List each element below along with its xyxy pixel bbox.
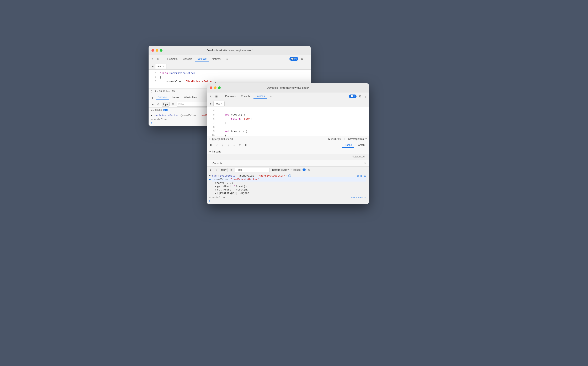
stop-btn[interactable]: ⏸: [243, 143, 248, 148]
minimize-button-front[interactable]: [214, 86, 216, 89]
curly-braces-icon: {}: [151, 90, 152, 92]
code-area-front: 4 5 get #test() { 6 return 'foo'; 7 } 8: [207, 107, 369, 136]
default-levels-dropdown[interactable]: Default levels ▾: [271, 168, 290, 172]
dots-icon-front[interactable]: ⋮: [364, 94, 367, 98]
code-line-9: 9 set #test(n) {: [207, 130, 369, 134]
issues-tab-back[interactable]: Issues: [170, 95, 181, 100]
issues-badge-front[interactable]: 💬 4: [349, 94, 357, 98]
debug-toolbar: ⏸ ↩ ↓ ↑ → ⊘ ⏸ Scope Watch: [207, 141, 369, 149]
tab-sources-front[interactable]: Sources: [253, 94, 267, 99]
close-button-front[interactable]: [210, 86, 212, 89]
undefined-row: ← undefined VM52 test:1: [209, 195, 366, 200]
code-line-7: 7 }: [207, 121, 369, 125]
issues-badge-back[interactable]: 💬 21: [290, 57, 298, 61]
step-into-btn[interactable]: ↑: [226, 143, 231, 148]
step-over-btn[interactable]: ↓: [220, 143, 225, 148]
tab-network-back[interactable]: Network: [210, 57, 223, 61]
not-paused-row: Not paused: [207, 154, 369, 160]
layers-icon-front[interactable]: ⊞: [214, 94, 219, 99]
tab-elements-back[interactable]: Elements: [165, 57, 180, 61]
console-entry-row: ▼ HasPrivateGetter {someValue: 'HasPriva…: [209, 175, 366, 177]
maximize-button-front[interactable]: [218, 86, 221, 89]
info-icon-front[interactable]: ⓘ: [288, 175, 291, 177]
tab-console-back[interactable]: Console: [181, 57, 194, 61]
dots-icon-back[interactable]: ⋮: [305, 57, 309, 61]
file-tab-test-back[interactable]: test ×: [155, 64, 167, 69]
console-tab-back[interactable]: Console: [156, 95, 169, 100]
console-dots-icon[interactable]: ⋮: [150, 95, 155, 100]
vm-link[interactable]: VM52 test:1: [351, 197, 366, 199]
toolbar-sep-front: [221, 94, 221, 99]
window-title-front: DevTools - chrome://new-tab-page/: [267, 86, 309, 89]
eye-icon-back[interactable]: 👁: [171, 102, 175, 107]
block-icon[interactable]: ⊘: [156, 102, 160, 107]
console-content-front: ▼ HasPrivateGetter {someValue: 'HasPriva…: [207, 173, 369, 204]
context-dropdown-front[interactable]: top ▾: [220, 168, 228, 172]
filter-input-back[interactable]: [177, 102, 212, 107]
deactivate-btn[interactable]: ⊘: [237, 143, 243, 148]
traffic-lights-back: [152, 49, 162, 52]
console-title: Console: [213, 162, 222, 165]
run-button-front[interactable]: ▶ ⌘+Enter: [328, 137, 341, 140]
issues-count-text: 21 Issues:: [151, 108, 162, 111]
prop-get-test: ▶ get #test: f #test(): [209, 185, 366, 188]
cursor-icon-front[interactable]: ↖: [208, 94, 213, 99]
traffic-lights-front: [210, 86, 221, 89]
tab-sources-back[interactable]: Sources: [195, 56, 209, 61]
filter-input-front[interactable]: [235, 168, 270, 172]
code-line-8: 8: [207, 125, 369, 130]
run-scripts-icon[interactable]: ▶: [150, 102, 155, 107]
console-toolbar-front: ▶ ⊘ top ▾ 👁 Default levels ▾ 4 Issues: 4…: [207, 167, 369, 173]
more-tabs-back[interactable]: »: [224, 57, 230, 61]
devtools-toolbar-front: ↖ ⊞ Elements Console Sources » 💬 4 ⚙ ⋮: [207, 92, 369, 100]
console-prompt-front[interactable]: >: [209, 200, 366, 203]
context-dropdown-back[interactable]: top ▾: [162, 102, 169, 107]
more-tabs-front[interactable]: »: [268, 94, 274, 99]
gear-icon-front[interactable]: ⚙: [358, 94, 362, 99]
block-icon-front[interactable]: ⊘: [214, 168, 219, 172]
console-dots-menu[interactable]: ⋮: [208, 161, 212, 165]
scene: DevTools - drafts.csswg.org/css-color/ ↖…: [149, 38, 439, 328]
file-tab-close-front[interactable]: ×: [221, 102, 222, 105]
titlebar-front: DevTools - chrome://new-tab-page/: [207, 83, 369, 92]
scope-tab-watch[interactable]: Watch: [355, 143, 367, 148]
console-close-btn[interactable]: ×: [363, 161, 367, 166]
close-button-back[interactable]: [152, 49, 154, 52]
file-tabs-back: ▶ test ×: [149, 63, 311, 69]
eye-icon-front[interactable]: 👁: [229, 168, 234, 172]
scope-tab-scope[interactable]: Scope: [342, 143, 354, 148]
threads-header: ▼ Threads: [209, 150, 367, 153]
layers-icon[interactable]: ⊞: [156, 57, 160, 61]
not-paused-text: Not paused: [350, 154, 367, 159]
tab-console-front[interactable]: Console: [239, 94, 252, 99]
file-nav-icon[interactable]: ▶: [150, 64, 155, 69]
maximize-button-back[interactable]: [160, 49, 162, 52]
status-text-front: Line 13, Column 13: [212, 138, 233, 140]
console-gear-icon[interactable]: ⚙: [307, 168, 312, 172]
toolbar-sep-1: [163, 57, 163, 61]
scope-tabs: Scope Watch: [342, 143, 367, 148]
console-header-bar: ⋮ Console ×: [207, 160, 369, 167]
pointer-arrow: ▶: [209, 178, 211, 181]
status-text-back: Line 13, Column 13: [154, 90, 175, 92]
caret-icon[interactable]: ▾: [366, 137, 367, 140]
resume-btn[interactable]: ↩: [214, 143, 219, 148]
code-line-1: 1 class HasPrivateGetter: [149, 71, 311, 75]
minimize-button-back[interactable]: [156, 49, 158, 52]
run-scripts-icon-front[interactable]: ▶: [208, 168, 213, 172]
prop-test: #test: (...): [209, 182, 366, 185]
issues-count-badge: 21: [163, 109, 168, 111]
devtools-window-front: DevTools - chrome://new-tab-page/ ↖ ⊞ El…: [207, 83, 369, 204]
file-tab-test-front[interactable]: test ×: [213, 101, 225, 106]
gear-icon-back[interactable]: ⚙: [300, 57, 304, 61]
step-out-btn[interactable]: →: [232, 143, 237, 148]
file-tab-close-back[interactable]: ×: [163, 65, 164, 68]
cursor-icon[interactable]: ↖: [150, 57, 155, 61]
tab-elements-front[interactable]: Elements: [223, 94, 238, 99]
whatsnew-tab-back[interactable]: What's New: [182, 95, 199, 100]
threads-section: ▼ Threads: [207, 149, 369, 154]
file-nav-icon-front[interactable]: ▶: [208, 101, 213, 106]
prop-prototype: ▶ [[Prototype]]: Object: [209, 191, 366, 195]
console-ref-link[interactable]: test:13: [357, 175, 366, 177]
pause-btn[interactable]: ⏸: [208, 143, 213, 148]
